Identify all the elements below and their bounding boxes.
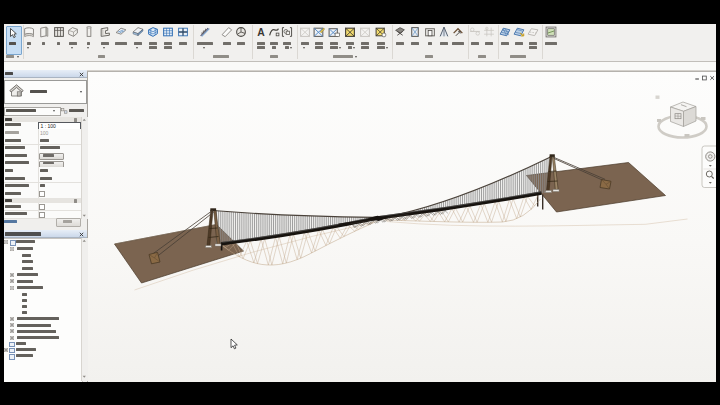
svg-text:A: A — [257, 27, 265, 38]
